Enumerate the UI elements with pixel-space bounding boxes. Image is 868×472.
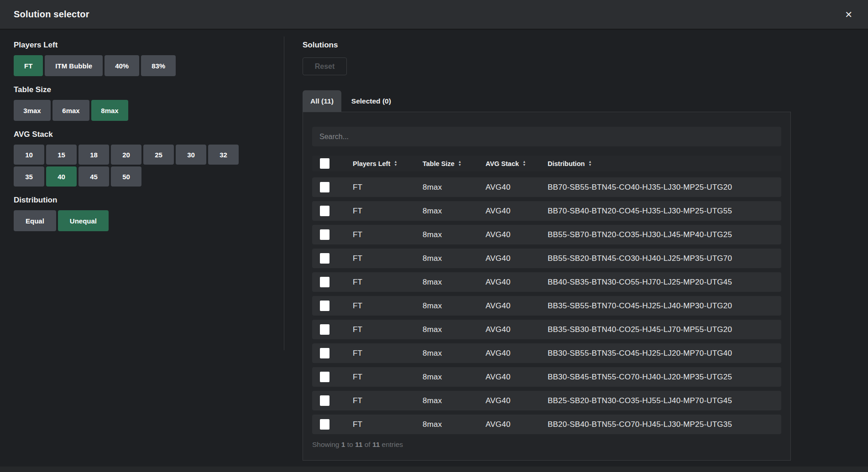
row-avg-stack: AVG40 bbox=[486, 278, 548, 287]
row-table-size: 8max bbox=[423, 420, 486, 429]
avg-stack-option-45[interactable]: 45 bbox=[78, 166, 109, 187]
table-row[interactable]: FT8maxAVG40BB20-SB40-BTN55-CO70-HJ45-LJ3… bbox=[312, 415, 781, 434]
table-row[interactable]: FT8maxAVG40BB30-SB45-BTN55-CO70-HJ40-LJ2… bbox=[312, 367, 781, 387]
row-distribution: BB30-SB45-BTN55-CO70-HJ40-LJ20-MP35-UTG2… bbox=[548, 373, 781, 382]
solutions-panel: Players Left ▲▼ Table Size ▲▼ AVG Stack … bbox=[303, 112, 791, 461]
row-table-size: 8max bbox=[423, 278, 486, 287]
row-avg-stack: AVG40 bbox=[486, 373, 548, 382]
row-checkbox[interactable] bbox=[320, 253, 329, 264]
avg-stack-option-40[interactable]: 40 bbox=[46, 166, 77, 187]
row-checkbox-cell bbox=[312, 277, 353, 287]
table-row[interactable]: FT8maxAVG40BB55-SB70-BTN20-CO35-HJ30-LJ4… bbox=[312, 225, 781, 244]
row-avg-stack: AVG40 bbox=[486, 301, 548, 311]
distribution-option-equal[interactable]: Equal bbox=[14, 210, 56, 231]
row-checkbox[interactable] bbox=[320, 419, 329, 430]
row-distribution: BB35-SB30-BTN40-CO25-HJ45-LJ70-MP55-UTG2… bbox=[548, 325, 781, 334]
table-row[interactable]: FT8maxAVG40BB35-SB55-BTN70-CO45-HJ25-LJ4… bbox=[312, 296, 781, 316]
row-distribution: BB25-SB20-BTN30-CO35-HJ55-LJ40-MP70-UTG4… bbox=[548, 396, 781, 405]
sort-icon[interactable]: ▲▼ bbox=[458, 161, 461, 166]
row-avg-stack: AVG40 bbox=[486, 420, 548, 429]
row-checkbox[interactable] bbox=[320, 348, 329, 358]
avg-stack-option-25[interactable]: 25 bbox=[143, 145, 174, 165]
row-distribution: BB70-SB40-BTN20-CO45-HJ35-LJ30-MP25-UTG5… bbox=[548, 207, 781, 216]
column-header-players-left[interactable]: Players Left ▲▼ bbox=[353, 160, 423, 167]
column-header-avg-stack[interactable]: AVG Stack ▲▼ bbox=[486, 160, 548, 167]
table-row[interactable]: FT8maxAVG40BB30-SB55-BTN35-CO45-HJ25-LJ2… bbox=[312, 343, 781, 363]
avg-stack-option-20[interactable]: 20 bbox=[111, 145, 141, 165]
filter-section-table-size: Table Size 3max6max8max bbox=[14, 85, 284, 121]
row-players-left: FT bbox=[353, 301, 423, 311]
vertical-divider bbox=[284, 36, 284, 350]
filter-section-avg-stack: AVG Stack 1015182025303235404550 bbox=[14, 130, 284, 187]
row-table-size: 8max bbox=[423, 207, 486, 216]
table-row[interactable]: FT8maxAVG40BB35-SB30-BTN40-CO25-HJ45-LJ7… bbox=[312, 320, 781, 339]
row-avg-stack: AVG40 bbox=[486, 254, 548, 263]
reset-button[interactable]: Reset bbox=[303, 57, 347, 75]
table-row[interactable]: FT8maxAVG40BB40-SB35-BTN30-CO55-HJ70-LJ2… bbox=[312, 272, 781, 292]
avg-stack-option-18[interactable]: 18 bbox=[78, 145, 109, 165]
modal-body: Players Left FTITM Bubble40%83% Table Si… bbox=[0, 30, 868, 472]
column-header-table-size[interactable]: Table Size ▲▼ bbox=[423, 160, 486, 167]
select-all-checkbox[interactable] bbox=[320, 158, 329, 169]
players-left-option-40-[interactable]: 40% bbox=[105, 55, 139, 76]
row-players-left: FT bbox=[353, 373, 423, 382]
row-checkbox[interactable] bbox=[320, 301, 329, 311]
table-row[interactable]: FT8maxAVG40BB70-SB55-BTN45-CO40-HJ35-LJ3… bbox=[312, 177, 781, 197]
row-checkbox[interactable] bbox=[320, 395, 329, 406]
row-checkbox-cell bbox=[312, 206, 353, 216]
players-left-option-83-[interactable]: 83% bbox=[141, 55, 176, 76]
players-left-button-group: FTITM Bubble40%83% bbox=[14, 55, 284, 76]
players-left-option-ft[interactable]: FT bbox=[14, 55, 43, 76]
close-icon[interactable]: ✕ bbox=[843, 8, 854, 21]
row-avg-stack: AVG40 bbox=[486, 396, 548, 405]
players-left-option-itm-bubble[interactable]: ITM Bubble bbox=[45, 55, 103, 76]
row-table-size: 8max bbox=[423, 396, 486, 405]
row-avg-stack: AVG40 bbox=[486, 349, 548, 358]
tab-selected[interactable]: Selected (0) bbox=[341, 90, 401, 112]
table-row[interactable]: FT8maxAVG40BB55-SB20-BTN45-CO30-HJ40-LJ2… bbox=[312, 249, 781, 268]
row-table-size: 8max bbox=[423, 373, 486, 382]
avg-stack-option-32[interactable]: 32 bbox=[208, 145, 239, 165]
row-checkbox[interactable] bbox=[320, 206, 329, 216]
column-header-distribution[interactable]: Distribution ▲▼ bbox=[548, 160, 781, 167]
table-row[interactable]: FT8maxAVG40BB70-SB40-BTN20-CO45-HJ35-LJ3… bbox=[312, 201, 781, 221]
row-table-size: 8max bbox=[423, 254, 486, 263]
solution-selector-modal: Solution selector ✕ Players Left FTITM B… bbox=[0, 0, 868, 472]
row-checkbox-cell bbox=[312, 348, 353, 358]
avg-stack-option-15[interactable]: 15 bbox=[46, 145, 77, 165]
table-size-option-6max[interactable]: 6max bbox=[52, 100, 89, 121]
row-checkbox-cell bbox=[312, 301, 353, 311]
table-size-button-group: 3max6max8max bbox=[14, 100, 284, 121]
avg-stack-option-10[interactable]: 10 bbox=[14, 145, 44, 165]
search-input[interactable] bbox=[312, 127, 781, 146]
sort-icon[interactable]: ▲▼ bbox=[588, 161, 591, 166]
row-table-size: 8max bbox=[423, 325, 486, 334]
row-checkbox[interactable] bbox=[320, 229, 329, 240]
row-checkbox[interactable] bbox=[320, 324, 329, 335]
avg-stack-option-30[interactable]: 30 bbox=[176, 145, 206, 165]
avg-stack-option-35[interactable]: 35 bbox=[14, 166, 44, 187]
row-checkbox-cell bbox=[312, 372, 353, 382]
row-players-left: FT bbox=[353, 230, 423, 239]
solutions-pane: Solutions Reset All (11) Selected (0) Pl… bbox=[284, 30, 868, 472]
row-distribution: BB40-SB35-BTN30-CO55-HJ70-LJ25-MP20-UTG4… bbox=[548, 278, 781, 287]
row-checkbox[interactable] bbox=[320, 372, 329, 382]
row-checkbox[interactable] bbox=[320, 277, 329, 287]
row-players-left: FT bbox=[353, 349, 423, 358]
page-title: Solution selector bbox=[14, 9, 89, 20]
table-size-option-8max[interactable]: 8max bbox=[91, 100, 128, 121]
sort-icon[interactable]: ▲▼ bbox=[523, 161, 526, 166]
row-players-left: FT bbox=[353, 396, 423, 405]
row-players-left: FT bbox=[353, 325, 423, 334]
row-table-size: 8max bbox=[423, 183, 486, 192]
row-checkbox-cell bbox=[312, 419, 353, 430]
distribution-option-unequal[interactable]: Unequal bbox=[58, 210, 109, 231]
table-size-option-3max[interactable]: 3max bbox=[14, 100, 51, 121]
sort-icon[interactable]: ▲▼ bbox=[394, 161, 397, 166]
tab-all[interactable]: All (11) bbox=[303, 90, 341, 112]
table-row[interactable]: FT8maxAVG40BB25-SB20-BTN30-CO35-HJ55-LJ4… bbox=[312, 391, 781, 410]
avg-stack-option-50[interactable]: 50 bbox=[111, 166, 141, 187]
table-header: Players Left ▲▼ Table Size ▲▼ AVG Stack … bbox=[312, 156, 781, 171]
row-checkbox-cell bbox=[312, 253, 353, 264]
row-checkbox[interactable] bbox=[320, 182, 329, 192]
